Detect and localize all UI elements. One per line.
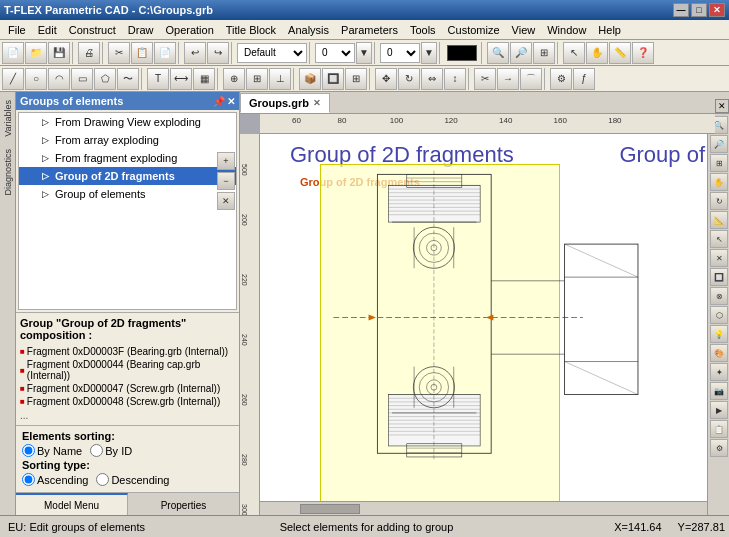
menu-edit[interactable]: Edit [32,22,63,38]
draw-poly-button[interactable]: ⬠ [94,68,116,90]
menu-file[interactable]: File [2,22,32,38]
draw-spline-button[interactable]: 〜 [117,68,139,90]
fillet-button[interactable]: ⌒ [520,68,542,90]
descending-label[interactable]: Descending [96,473,169,486]
mirror-button[interactable]: ⇔ [421,68,443,90]
new-button[interactable]: 📄 [2,42,24,64]
save-button[interactable]: 💾 [48,42,70,64]
print-button[interactable]: 🖨 [78,42,100,64]
canvas-tab-close[interactable]: ✕ [313,98,321,108]
maximize-button[interactable]: □ [691,3,707,17]
select-button[interactable]: ↖ [563,42,585,64]
right-layer[interactable]: 📋 [710,420,728,438]
side-add-btn[interactable]: + [217,152,235,170]
side-minus-btn[interactable]: − [217,172,235,190]
draw-line-button[interactable]: ╱ [2,68,24,90]
canvas-panel-close[interactable]: ✕ [715,99,729,113]
model-menu-tab[interactable]: Model Menu [16,493,128,515]
hand-button[interactable]: ✋ [586,42,608,64]
ascending-radio[interactable] [22,473,35,486]
number-btn[interactable]: ▼ [421,42,437,64]
zoom-fit-button[interactable]: ⊞ [533,42,555,64]
draw-rect-button[interactable]: ▭ [71,68,93,90]
zoom-in-button[interactable]: 🔍 [487,42,509,64]
panel-pin-icon[interactable]: 📌 [213,96,225,107]
menu-operation[interactable]: Operation [159,22,219,38]
right-measure[interactable]: 📐 [710,211,728,229]
undo-button[interactable]: ↩ [184,42,206,64]
draw-text-button[interactable]: T [147,68,169,90]
zoom-out-button[interactable]: 🔎 [510,42,532,64]
color-picker[interactable] [447,45,477,61]
variables-button[interactable]: ƒ [573,68,595,90]
minimize-button[interactable]: — [673,3,689,17]
tree-panel[interactable]: ▷ From Drawing View exploding ▷ From arr… [18,112,237,310]
right-rotate[interactable]: ↻ [710,192,728,210]
menu-construct[interactable]: Construct [63,22,122,38]
descending-radio[interactable] [96,473,109,486]
tree-item-fragment[interactable]: ▷ From fragment exploding [19,149,236,167]
draw-hatch-button[interactable]: ▦ [193,68,215,90]
menu-help[interactable]: Help [592,22,627,38]
right-light[interactable]: ✦ [710,363,728,381]
right-animation[interactable]: ▶ [710,401,728,419]
menu-analysis[interactable]: Analysis [282,22,335,38]
tree-item-array[interactable]: ▷ From array exploding [19,131,236,149]
draw-circle-button[interactable]: ○ [25,68,47,90]
right-pan[interactable]: ✋ [710,173,728,191]
copy-button[interactable]: 📋 [131,42,153,64]
grid-button[interactable]: ⊞ [246,68,268,90]
draw-arc-button[interactable]: ◠ [48,68,70,90]
tree-item-drawing-view[interactable]: ▷ From Drawing View exploding [19,113,236,131]
level-dropdown[interactable]: 0 [315,43,355,63]
extend-button[interactable]: → [497,68,519,90]
sort-by-id-radio[interactable] [90,444,103,457]
level-btn[interactable]: ▼ [356,42,372,64]
drawing-canvas[interactable]: Group of 2D fragments Group of Group of … [260,134,715,501]
sort-by-id-label[interactable]: By ID [90,444,132,457]
menu-parameters[interactable]: Parameters [335,22,404,38]
right-material[interactable]: 🎨 [710,344,728,362]
menu-tools[interactable]: Tools [404,22,442,38]
scroll-thumb[interactable] [300,504,360,514]
redo-button[interactable]: ↪ [207,42,229,64]
tree-item-elements[interactable]: ▷ Group of elements [19,185,236,203]
canvas-tab-groups[interactable]: Groups.grb ✕ [240,93,330,113]
open-button[interactable]: 📁 [25,42,47,64]
right-render[interactable]: 💡 [710,325,728,343]
horizontal-scrollbar[interactable] [260,501,715,515]
right-fit[interactable]: ⊞ [710,154,728,172]
paste-button[interactable]: 📄 [154,42,176,64]
group-button[interactable]: 🔲 [322,68,344,90]
menu-title-block[interactable]: Title Block [220,22,282,38]
close-button[interactable]: ✕ [709,3,725,17]
window-controls[interactable]: — □ ✕ [673,3,725,17]
move-button[interactable]: ✥ [375,68,397,90]
side-x-btn[interactable]: ✕ [217,192,235,210]
help-button[interactable]: ❓ [632,42,654,64]
style-dropdown[interactable]: Default [237,43,307,63]
ascending-label[interactable]: Ascending [22,473,88,486]
sort-by-name-radio[interactable] [22,444,35,457]
scale-button[interactable]: ↕ [444,68,466,90]
rotate-button[interactable]: ↻ [398,68,420,90]
number-dropdown[interactable]: 0 [380,43,420,63]
right-section[interactable]: ⊗ [710,287,728,305]
diagnostics-tab[interactable]: Diagnostics [2,145,14,200]
right-deselect[interactable]: ✕ [710,249,728,267]
right-3d-view[interactable]: 🔲 [710,268,728,286]
tree-item-2d-fragments[interactable]: ▷ Group of 2D fragments [19,167,236,185]
trim-button[interactable]: ✂ [474,68,496,90]
right-zoom-out[interactable]: 🔎 [710,135,728,153]
menu-customize[interactable]: Customize [442,22,506,38]
properties-tab[interactable]: Properties [128,493,239,515]
draw-dim-button[interactable]: ⟷ [170,68,192,90]
array-button[interactable]: ⊞ [345,68,367,90]
ortho-button[interactable]: ⊥ [269,68,291,90]
sort-by-name-label[interactable]: By Name [22,444,82,457]
panel-close-icon[interactable]: ✕ [227,96,235,107]
variables-tab[interactable]: Variables [2,96,14,141]
right-select[interactable]: ↖ [710,230,728,248]
snap-button[interactable]: ⊕ [223,68,245,90]
measure-button[interactable]: 📏 [609,42,631,64]
